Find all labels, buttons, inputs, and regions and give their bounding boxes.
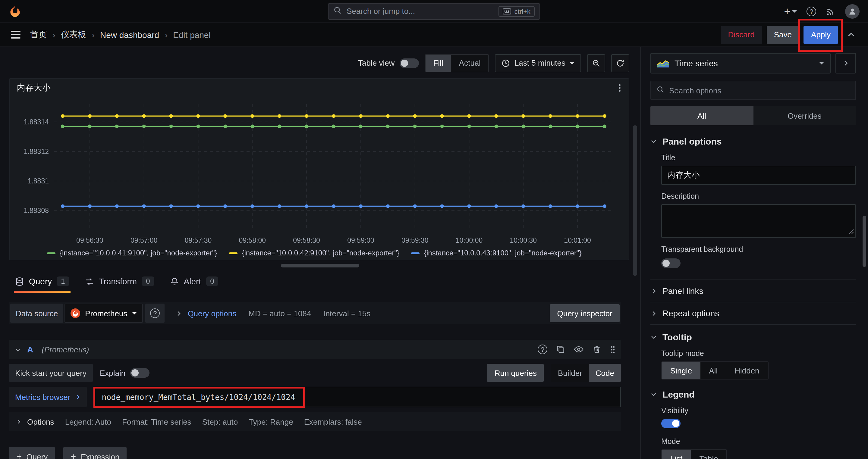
timeseries-plot[interactable]: 1.883081.88311.883121.8831409:56:3009:57… — [16, 97, 622, 248]
chevron-up-icon[interactable] — [843, 26, 860, 43]
options-collapse[interactable]: Options — [16, 417, 54, 426]
legend-visibility-toggle[interactable] — [661, 419, 681, 428]
query-a-header[interactable]: A (Prometheus) — [9, 340, 621, 359]
query-options-collapse[interactable]: Query options — [176, 309, 236, 318]
add-query-button[interactable]: Query — [9, 447, 55, 459]
time-range-picker[interactable]: Last 5 minutes — [495, 54, 581, 72]
table-view-control: Table view — [358, 58, 418, 68]
timeseries-viz-icon — [657, 59, 669, 67]
panel-menu-icon[interactable] — [613, 81, 626, 95]
tab-transform[interactable]: Transform 0 — [79, 272, 160, 293]
edit-panel-main: Table view Fill Actual Last 5 minutes — [0, 47, 640, 459]
viz-toolbar: Table view Fill Actual Last 5 minutes — [0, 47, 640, 73]
grafana-logo-icon[interactable] — [8, 4, 22, 18]
svg-text:1.8831: 1.8831 — [28, 177, 49, 185]
main-scrollbar[interactable] — [633, 125, 637, 276]
eye-icon[interactable] — [574, 345, 584, 354]
news-icon[interactable] — [826, 6, 835, 16]
promql-expression-input[interactable]: node_memory_MemTotal_bytes/1024/1024/102… — [93, 387, 621, 407]
chevron-down-icon — [132, 312, 137, 315]
discard-button[interactable]: Discard — [721, 26, 762, 44]
trash-icon[interactable] — [592, 345, 601, 354]
breadcrumb-item[interactable]: 仪表板 — [61, 29, 86, 40]
apply-button[interactable]: Apply — [804, 26, 838, 44]
svg-text:1.88308: 1.88308 — [24, 207, 49, 215]
interval-text: Interval = 15s — [323, 309, 370, 318]
help-icon[interactable] — [538, 345, 547, 354]
explain-toggle[interactable] — [130, 368, 150, 378]
kick-start-button[interactable]: Kick start your query — [9, 364, 93, 382]
tab-overrides[interactable]: Overrides — [753, 106, 856, 125]
legend-item[interactable]: {instance="10.0.0.43:9100", job="node-ex… — [411, 249, 581, 257]
search-box[interactable]: ctrl+k — [328, 3, 540, 20]
builder-option[interactable]: Builder — [551, 364, 589, 382]
panel-links-section[interactable]: Panel links — [650, 280, 856, 302]
database-icon — [15, 277, 24, 286]
fill-option[interactable]: Fill — [425, 55, 451, 71]
keyboard-icon — [503, 8, 512, 14]
global-search: ctrl+k — [328, 3, 540, 20]
viz-row: Time series — [650, 53, 856, 73]
zoom-out-button[interactable] — [587, 54, 605, 72]
panel-title-input[interactable] — [661, 166, 856, 185]
legend-item[interactable]: {instance="10.0.0.42:9100", job="node-ex… — [229, 249, 399, 257]
options-search-input[interactable] — [669, 86, 850, 95]
run-queries-button[interactable]: Run queries — [487, 364, 544, 382]
tooltip-mode-all[interactable]: All — [701, 362, 726, 379]
tab-all[interactable]: All — [650, 106, 753, 125]
refresh-button[interactable] — [611, 54, 629, 72]
options-search[interactable] — [650, 81, 856, 100]
legend-marker — [229, 252, 238, 254]
save-button[interactable]: Save — [767, 26, 799, 44]
metrics-browser-link[interactable]: Metrics browser — [9, 387, 87, 407]
code-option[interactable]: Code — [589, 364, 621, 382]
search-input[interactable] — [347, 7, 494, 16]
svg-text:1.88312: 1.88312 — [24, 147, 49, 155]
transparent-background-label: Transparent background — [661, 245, 856, 254]
duplicate-icon[interactable] — [556, 345, 565, 354]
add-expression-button[interactable]: Expression — [63, 447, 127, 459]
datasource-help-button[interactable] — [145, 304, 164, 323]
legend-section[interactable]: Legend — [650, 389, 856, 399]
datasource-picker[interactable]: Prometheus — [64, 304, 143, 323]
tooltip-mode-single[interactable]: Single — [662, 362, 701, 379]
panel-description-textarea[interactable] — [661, 204, 856, 238]
query-inspector-button[interactable]: Query inspector — [550, 304, 620, 322]
tab-query[interactable]: Query 1 — [9, 272, 75, 293]
collapse-sidebar-button[interactable] — [835, 53, 856, 73]
breadcrumb-separator — [53, 30, 56, 40]
svg-text:10:01:00: 10:01:00 — [564, 236, 591, 244]
actual-option[interactable]: Actual — [451, 55, 489, 71]
person-icon — [848, 7, 857, 15]
chevron-down-icon — [650, 391, 657, 398]
svg-text:10:00:00: 10:00:00 — [456, 236, 483, 244]
tooltip-mode-hidden[interactable]: Hidden — [726, 362, 768, 379]
tab-alert[interactable]: Alert 0 — [164, 272, 224, 293]
legend-item[interactable]: {instance="10.0.0.41:9100", job="node-ex… — [47, 249, 217, 257]
panel-header[interactable]: 内存大小 — [10, 79, 629, 97]
drag-handle-icon[interactable] — [610, 345, 615, 354]
table-view-toggle[interactable] — [399, 58, 418, 68]
breadcrumb-item: Edit panel — [173, 30, 211, 39]
repeat-options-section[interactable]: Repeat options — [650, 302, 856, 324]
transparent-background-toggle[interactable] — [661, 258, 681, 268]
help-icon[interactable] — [807, 6, 816, 16]
legend-mode-list[interactable]: List — [662, 450, 691, 459]
visualization-picker[interactable]: Time series — [650, 53, 831, 73]
menu-icon[interactable] — [8, 29, 23, 41]
panel-options-section[interactable]: Panel options — [650, 136, 856, 146]
resize-handle-icon[interactable] — [849, 227, 854, 236]
timeseries-panel: 内存大小 1.883081.88311.883121.8831409:56:30… — [9, 78, 629, 260]
chevron-down-icon — [650, 138, 657, 144]
breadcrumb-item[interactable]: New dashboard — [100, 30, 159, 39]
horizontal-scrollbar[interactable] — [281, 264, 359, 267]
new-menu-button[interactable] — [784, 6, 797, 17]
title-label: Title — [661, 154, 856, 162]
sidebar-scrollbar[interactable] — [863, 216, 866, 267]
tooltip-mode-group: SingleAllHidden — [661, 361, 769, 380]
user-avatar[interactable] — [845, 4, 860, 19]
search-icon — [656, 86, 664, 95]
tooltip-section[interactable]: Tooltip — [650, 332, 856, 342]
legend-mode-table[interactable]: Table — [691, 450, 726, 459]
breadcrumb-item[interactable]: 首页 — [30, 29, 47, 40]
